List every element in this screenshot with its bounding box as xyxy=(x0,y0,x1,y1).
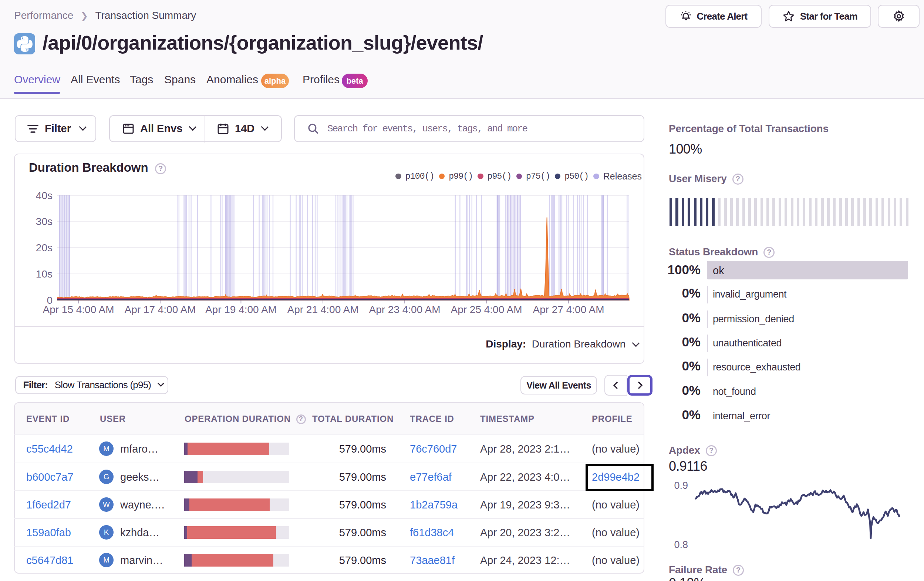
svg-text:20s: 20s xyxy=(36,242,53,253)
svg-text:Apr 27 4:00 AM: Apr 27 4:00 AM xyxy=(533,304,604,315)
svg-text:40s: 40s xyxy=(36,190,53,201)
svg-text:Apr 21 4:00 AM: Apr 21 4:00 AM xyxy=(287,304,358,315)
svg-text:Apr 25 4:00 AM: Apr 25 4:00 AM xyxy=(450,304,522,315)
svg-text:30s: 30s xyxy=(36,216,53,227)
svg-text:Apr 17 4:00 AM: Apr 17 4:00 AM xyxy=(124,304,196,315)
svg-text:10s: 10s xyxy=(36,268,53,280)
svg-text:Apr 15 4:00 AM: Apr 15 4:00 AM xyxy=(43,304,114,315)
svg-text:Apr 19 4:00 AM: Apr 19 4:00 AM xyxy=(205,304,277,315)
svg-text:Apr 23 4:00 AM: Apr 23 4:00 AM xyxy=(369,304,440,315)
